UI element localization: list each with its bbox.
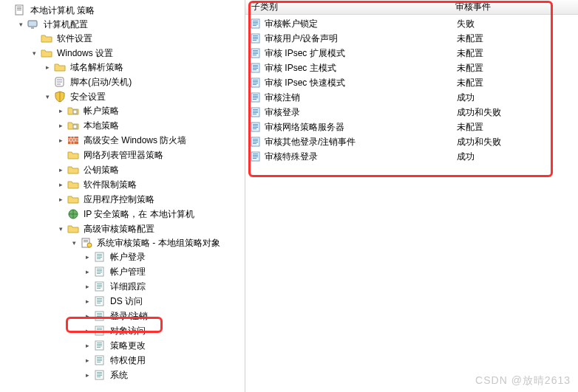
svg-rect-17 xyxy=(97,255,102,256)
svg-rect-43 xyxy=(97,331,102,331)
expander-icon[interactable]: ▸ xyxy=(83,356,92,365)
tree-dns-policy[interactable]: ▸ 域名解析策略 xyxy=(43,61,245,74)
expander-icon[interactable]: ▸ xyxy=(56,106,65,115)
expander-icon[interactable]: ▸ xyxy=(56,180,65,189)
details-pane[interactable]: 子类别 审核事件 审核帐户锁定 失败 审核用户/设备声明 未配置 审核 IPse… xyxy=(245,0,578,392)
tree-pane[interactable]: ▾ 本地计算机 策略 ▾ 计算机配置 xyxy=(0,0,245,392)
row-name: 审核其他登录/注销事件 xyxy=(265,136,457,148)
tree-app-control[interactable]: ▸ 应用程序控制策略 xyxy=(56,193,245,206)
tree-label: 公钥策略 xyxy=(81,163,121,177)
tree-audit-privilege_use[interactable]: ▸ 特权使用 xyxy=(83,354,245,367)
expander-icon[interactable]: ▸ xyxy=(83,297,92,306)
list-row[interactable]: 审核登录 成功和失败 xyxy=(245,105,578,120)
svg-rect-47 xyxy=(97,344,102,345)
expander-icon[interactable]: ▸ xyxy=(83,282,92,291)
tree-system-audit[interactable]: ▾ 系统审核策略 - 本地组策略对象 xyxy=(69,236,245,250)
expander-icon[interactable]: ▸ xyxy=(56,121,65,130)
category-icon xyxy=(94,251,106,263)
svg-rect-54 xyxy=(97,362,101,362)
shield-icon xyxy=(54,91,66,103)
expander-icon[interactable]: ▸ xyxy=(83,312,92,320)
svg-rect-96 xyxy=(253,124,258,125)
watermark: CSDN @放晴2613 xyxy=(475,374,571,388)
folder-icon xyxy=(41,32,52,44)
folder-icon xyxy=(67,179,79,190)
list-row[interactable]: 审核帐户锁定 失败 xyxy=(245,16,578,31)
column-subcategory[interactable]: 子类别 xyxy=(245,1,452,13)
svg-rect-12 xyxy=(84,240,88,241)
tree-computer-config[interactable]: ▾ 计算机配置 xyxy=(16,18,245,31)
expander-icon[interactable]: ▸ xyxy=(83,252,92,261)
row-value: 成功和失败 xyxy=(457,136,578,148)
svg-rect-19 xyxy=(97,258,101,259)
column-audit-events[interactable]: 审核事件 xyxy=(452,1,578,13)
tree-account-policy[interactable]: ▸ 帐户策略 xyxy=(56,104,245,117)
tree-public-key[interactable]: ▸ 公钥策略 xyxy=(56,163,245,176)
tree-local-policy[interactable]: ▸ 本地策略 xyxy=(56,119,245,132)
tree-advanced-firewall[interactable]: ▸ 高级安全 Windows 防火墙 xyxy=(56,134,245,147)
list-row[interactable]: 审核 IPsec 扩展模式 未配置 xyxy=(245,46,578,61)
tree-audit-policy_change[interactable]: ▸ 策略更改 xyxy=(83,339,245,352)
svg-rect-26 xyxy=(97,283,102,284)
list-row[interactable]: 审核用户/设备声明 未配置 xyxy=(245,31,578,46)
svg-rect-52 xyxy=(97,359,102,360)
column-headers[interactable]: 子类别 审核事件 xyxy=(245,0,578,15)
tree-audit-detailed_tracking[interactable]: ▸ 详细跟踪 xyxy=(83,280,245,293)
svg-rect-81 xyxy=(253,80,258,80)
tree-security-settings[interactable]: ▾ 安全设置 xyxy=(43,90,245,103)
list-row[interactable]: 审核 IPsec 主模式 未配置 xyxy=(245,61,578,75)
policy-item-icon xyxy=(250,47,262,59)
tree-software-settings[interactable]: ▸ 软件设置 xyxy=(30,32,245,45)
ip-security-icon xyxy=(67,208,79,220)
svg-rect-91 xyxy=(253,109,258,110)
list-row[interactable]: 审核 IPsec 快速模式 未配置 xyxy=(245,75,578,90)
svg-rect-82 xyxy=(253,81,258,82)
tree-windows-settings[interactable]: ▾ Windows 设置 xyxy=(30,47,245,60)
tree-label: 详细跟踪 xyxy=(108,280,148,294)
expander-icon[interactable]: ▾ xyxy=(16,20,25,29)
expander-icon[interactable]: ▾ xyxy=(69,238,78,247)
list-row[interactable]: 审核注销 成功 xyxy=(245,90,578,105)
tree-audit-system[interactable]: ▸ 系统 xyxy=(83,368,245,382)
tree-label: 脚本(启动/关机) xyxy=(68,75,134,89)
row-name: 审核登录 xyxy=(265,106,457,119)
tree-scripts[interactable]: ▸ 脚本(启动/关机) xyxy=(43,75,245,89)
expander-icon[interactable]: ▸ xyxy=(83,371,92,379)
expander-icon[interactable]: ▾ xyxy=(56,224,65,233)
row-name: 审核帐户锁定 xyxy=(265,18,457,30)
svg-rect-69 xyxy=(253,40,256,41)
tree-audit-ds_access[interactable]: ▸ DS 访问 xyxy=(83,295,245,308)
expander-icon[interactable]: ▸ xyxy=(56,195,65,204)
list-row[interactable]: 审核网络策略服务器 未配置 xyxy=(245,120,578,134)
expander-icon[interactable]: ▸ xyxy=(83,267,92,276)
tree-label: 软件限制策略 xyxy=(81,178,139,192)
expander-icon[interactable]: ▾ xyxy=(43,92,52,101)
expander-icon[interactable]: ▾ xyxy=(30,49,38,58)
expander-icon[interactable]: ▸ xyxy=(43,63,52,72)
svg-rect-29 xyxy=(97,288,101,289)
svg-rect-56 xyxy=(97,372,102,373)
list-row[interactable]: 审核特殊登录 成功 xyxy=(245,149,578,164)
svg-rect-98 xyxy=(253,127,258,128)
svg-rect-101 xyxy=(253,139,258,140)
tree-audit-acct_logon[interactable]: ▸ 帐户登录 xyxy=(83,250,245,264)
policy-item-icon xyxy=(250,121,262,133)
expander-icon[interactable]: ▸ xyxy=(56,165,65,174)
tree-audit-logon_logoff[interactable]: ▸ 登录/注销 xyxy=(83,309,245,323)
row-name: 审核用户/设备声明 xyxy=(265,32,457,45)
tree-ip-security[interactable]: ▸ IP 安全策略，在 本地计算机 xyxy=(56,207,245,221)
svg-point-14 xyxy=(87,243,92,247)
tree-advanced-audit[interactable]: ▾ 高级审核策略配置 xyxy=(56,222,245,235)
list-row[interactable]: 审核其他登录/注销事件 成功和失败 xyxy=(245,134,578,149)
tree-root[interactable]: ▾ 本地计算机 策略 xyxy=(3,4,245,17)
policy-tree[interactable]: ▾ 本地计算机 策略 ▾ 计算机配置 xyxy=(0,3,245,387)
tree-audit-acct_mgmt[interactable]: ▸ 帐户管理 xyxy=(83,265,245,278)
svg-rect-88 xyxy=(253,97,258,98)
expander-icon[interactable]: ▸ xyxy=(56,136,65,145)
expander-icon[interactable]: ▸ xyxy=(83,341,92,350)
policy-icon xyxy=(14,4,26,16)
expander-icon[interactable]: ▸ xyxy=(83,326,92,335)
tree-software-restriction[interactable]: ▸ 软件限制策略 xyxy=(56,178,245,191)
tree-audit-object_access[interactable]: ▸ 对象访问 xyxy=(83,324,245,337)
tree-network-list[interactable]: ▸ 网络列表管理器策略 xyxy=(56,148,245,162)
